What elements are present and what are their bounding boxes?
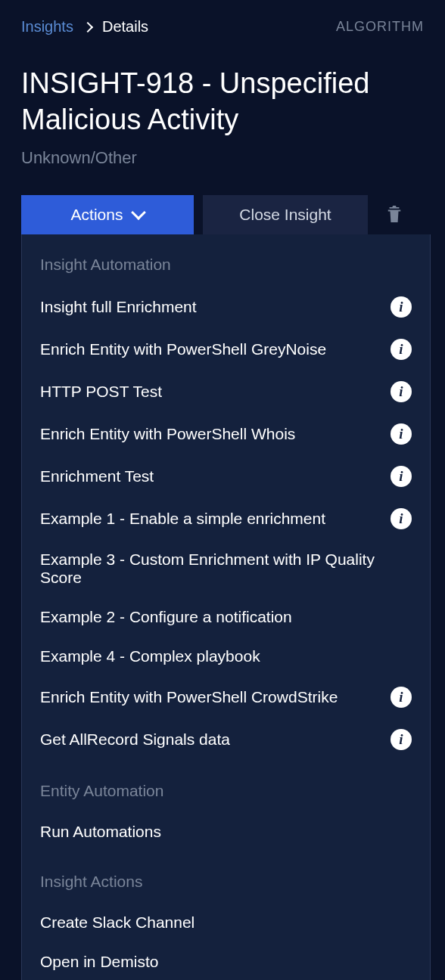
dropdown-section-header: Insight Automation <box>22 248 430 286</box>
actions-button[interactable]: Actions <box>21 195 194 234</box>
menu-item-label: Example 3 - Custom Enrichment with IP Qu… <box>40 550 412 587</box>
dropdown-menu-item[interactable]: Insight full Enrichmenti <box>22 286 430 328</box>
menu-item-label: Run Automations <box>40 823 412 841</box>
menu-item-label: Example 4 - Complex playbook <box>40 647 412 665</box>
menu-item-label: Enrich Entity with PowerShell CrowdStrik… <box>40 688 381 706</box>
dropdown-menu-item[interactable]: Run Automations <box>22 812 430 851</box>
menu-item-label: Enrich Entity with PowerShell GreyNoise <box>40 340 381 358</box>
menu-item-label: Example 2 - Configure a notification <box>40 608 412 626</box>
menu-item-label: Get AllRecord Signals data <box>40 730 381 749</box>
info-icon[interactable]: i <box>391 423 412 445</box>
info-icon[interactable]: i <box>391 381 412 402</box>
dropdown-menu-item[interactable]: HTTP POST Testi <box>22 371 430 413</box>
page-title: INSIGHT-918 - Unspecified Malicious Acti… <box>21 66 424 138</box>
dropdown-menu-item[interactable]: Enrich Entity with PowerShell Whoisi <box>22 413 430 455</box>
actions-button-label: Actions <box>71 206 123 224</box>
close-insight-button[interactable]: Close Insight <box>203 195 368 234</box>
dropdown-menu-item[interactable]: Open in Demisto <box>22 942 430 980</box>
dropdown-menu-item[interactable]: Enrich Entity with PowerShell CrowdStrik… <box>22 676 430 718</box>
info-icon[interactable]: i <box>391 466 412 487</box>
breadcrumb: Insights Details <box>21 18 148 36</box>
menu-item-label: Open in Demisto <box>40 953 412 971</box>
dropdown-menu-item[interactable]: Example 3 - Custom Enrichment with IP Qu… <box>22 540 430 597</box>
dropdown-menu-item[interactable]: Example 2 - Configure a notification <box>22 597 430 637</box>
delete-button[interactable] <box>377 195 412 234</box>
breadcrumb-current: Details <box>102 18 148 36</box>
info-icon[interactable]: i <box>391 296 412 318</box>
action-row: Actions Close Insight <box>21 195 424 234</box>
header-row: Insights Details ALGORITHM <box>21 18 424 36</box>
dropdown-section-header: Insight Actions <box>22 865 430 903</box>
dropdown-menu-item[interactable]: Enrich Entity with PowerShell GreyNoisei <box>22 328 430 371</box>
menu-item-label: Insight full Enrichment <box>40 298 381 316</box>
dropdown-menu-item[interactable]: Get AllRecord Signals datai <box>22 718 430 761</box>
menu-item-label: HTTP POST Test <box>40 383 381 401</box>
info-icon[interactable]: i <box>391 339 412 360</box>
actions-dropdown-panel: Insight AutomationInsight full Enrichmen… <box>21 234 431 980</box>
page-subtitle: Unknown/Other <box>21 148 424 168</box>
algorithm-label: ALGORITHM <box>336 19 424 35</box>
info-icon[interactable]: i <box>391 687 412 708</box>
dropdown-menu-item[interactable]: Example 1 - Enable a simple enrichmenti <box>22 498 430 540</box>
info-icon[interactable]: i <box>391 729 412 750</box>
chevron-down-icon <box>132 205 147 220</box>
breadcrumb-insights-link[interactable]: Insights <box>21 18 73 36</box>
menu-item-label: Example 1 - Enable a simple enrichment <box>40 510 381 528</box>
dropdown-menu-item[interactable]: Example 4 - Complex playbook <box>22 637 430 676</box>
dropdown-section-header: Entity Automation <box>22 774 430 812</box>
chevron-right-icon <box>82 21 93 32</box>
menu-item-label: Enrichment Test <box>40 467 381 485</box>
menu-item-label: Create Slack Channel <box>40 913 412 932</box>
info-icon[interactable]: i <box>391 508 412 529</box>
trash-icon <box>386 205 403 225</box>
dropdown-menu-item[interactable]: Enrichment Testi <box>22 455 430 498</box>
dropdown-menu-item[interactable]: Create Slack Channel <box>22 903 430 942</box>
menu-item-label: Enrich Entity with PowerShell Whois <box>40 425 381 443</box>
